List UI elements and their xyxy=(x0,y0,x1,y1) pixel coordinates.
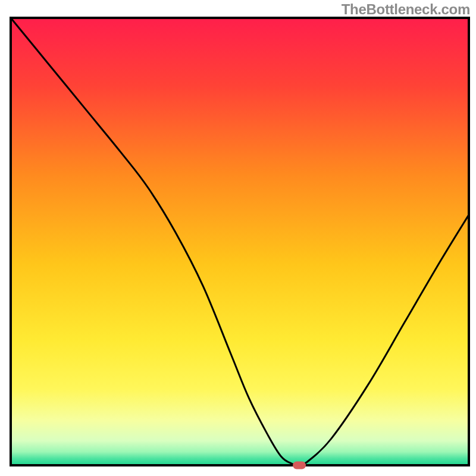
optimal-point-marker xyxy=(293,462,306,469)
chart-svg xyxy=(0,0,476,476)
watermark-text: TheBottleneck.com xyxy=(342,1,470,18)
plot-background xyxy=(11,18,469,465)
bottleneck-chart: TheBottleneck.com xyxy=(0,0,476,476)
